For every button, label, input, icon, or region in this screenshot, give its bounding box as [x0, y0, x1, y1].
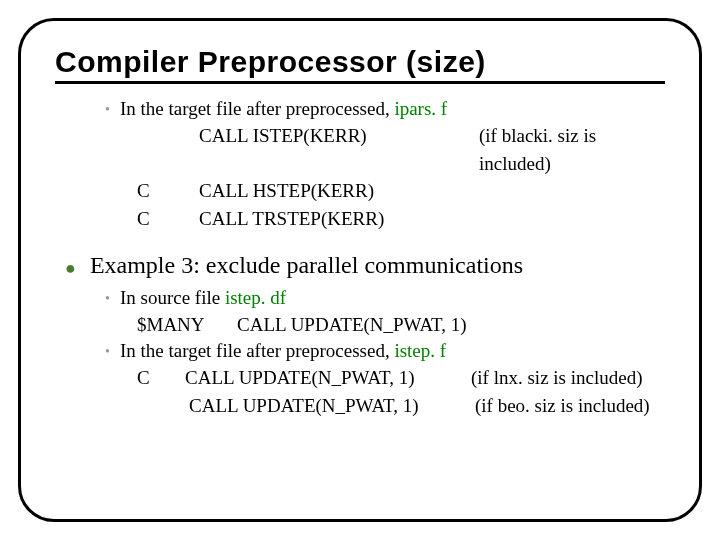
bullet-dot-icon: •	[105, 291, 110, 307]
sub-bullet-2: • In source file istep. df	[105, 287, 665, 309]
sub-bullet-3: • In the target file after preprocessed,…	[105, 340, 665, 362]
code-block-1: CALL ISTEP(KERR) (if blacki. siz is incl…	[137, 122, 665, 232]
code-block-2: C CALL UPDATE(N_PWAT, 1) (if lnx. siz is…	[137, 364, 665, 421]
bullet-disc-icon: ●	[65, 258, 76, 279]
code-row: CALL ISTEP(KERR) (if blacki. siz is incl…	[137, 122, 665, 177]
code-line-many: $MANY CALL UPDATE(N_PWAT, 1)	[137, 311, 665, 340]
col-call: CALL UPDATE(N_PWAT, 1)	[189, 392, 475, 421]
slide-title: Compiler Preprocessor (size)	[55, 45, 665, 84]
text-span: In the target file after preprocessed,	[120, 98, 395, 119]
file-name: istep. f	[394, 340, 446, 361]
col-c: C	[137, 205, 199, 233]
col-c	[137, 122, 199, 177]
code-row: CALL UPDATE(N_PWAT, 1) (if beo. siz is i…	[137, 392, 665, 421]
file-name: istep. df	[225, 287, 286, 308]
bullet-dot-icon: •	[105, 102, 110, 118]
col-note: (if lnx. siz is included)	[471, 364, 643, 393]
code-row: C CALL HSTEP(KERR)	[137, 177, 665, 205]
col-note	[479, 177, 665, 205]
col-call: CALL TRSTEP(KERR)	[199, 205, 479, 233]
bullet-dot-icon: •	[105, 344, 110, 360]
text-span: In the target file after preprocessed,	[120, 340, 395, 361]
col-call: CALL HSTEP(KERR)	[199, 177, 479, 205]
sub-bullet-1: • In the target file after preprocessed,…	[105, 98, 665, 120]
code-row: C CALL TRSTEP(KERR)	[137, 205, 665, 233]
many-directive: $MANY	[137, 311, 237, 340]
code-row: C CALL UPDATE(N_PWAT, 1) (if lnx. siz is…	[137, 364, 665, 393]
col-note: (if blacki. siz is included)	[479, 122, 665, 177]
main-bullet-example3: ● Example 3: exclude parallel communicat…	[65, 252, 665, 279]
col-call: CALL UPDATE(N_PWAT, 1)	[185, 364, 471, 393]
col-note: (if beo. siz is included)	[475, 392, 650, 421]
example3-heading: Example 3: exclude parallel communicatio…	[90, 252, 523, 279]
sub-bullet-3-text: In the target file after preprocessed, i…	[120, 340, 446, 362]
sub-bullet-1-text: In the target file after preprocessed, i…	[120, 98, 447, 120]
slide-frame: Compiler Preprocessor (size) • In the ta…	[18, 18, 702, 522]
col-call: CALL ISTEP(KERR)	[199, 122, 479, 177]
col-c: C	[137, 177, 199, 205]
call-text: CALL UPDATE(N_PWAT, 1)	[237, 311, 467, 340]
col-c: C	[137, 364, 185, 393]
col-note	[479, 205, 665, 233]
text-span: In source file	[120, 287, 225, 308]
file-name: ipars. f	[394, 98, 447, 119]
sub-bullet-2-text: In source file istep. df	[120, 287, 286, 309]
